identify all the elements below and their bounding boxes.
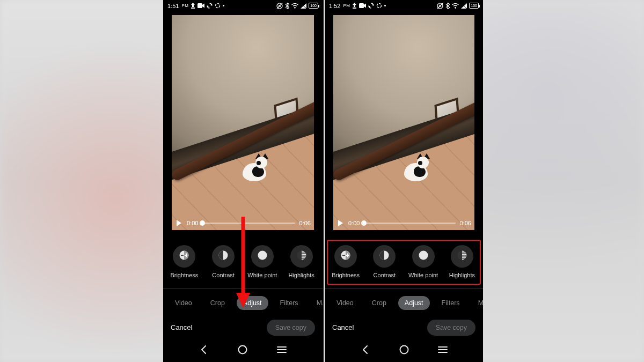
scrubber-knob[interactable] [361, 220, 367, 226]
adjust-brightness[interactable]: Brightness [328, 245, 363, 278]
scrubber-knob[interactable] [200, 220, 205, 226]
adjust-contrast[interactable]: Contrast [206, 245, 241, 278]
nav-home-button[interactable] [399, 344, 409, 355]
time-current: 0:00 [187, 220, 198, 226]
wifi-icon [291, 3, 298, 9]
svg-point-11 [258, 251, 267, 260]
video-controls: 0:00 0:06 [333, 219, 474, 227]
adjust-contrast[interactable]: Contrast [367, 245, 402, 278]
sync-icon [368, 3, 374, 9]
clock-ampm: PM [343, 3, 350, 8]
signal-icon [301, 3, 306, 9]
svg-point-34 [419, 251, 428, 260]
nav-home-button[interactable] [237, 344, 248, 355]
dot-icon [223, 5, 224, 6]
video-icon [359, 3, 366, 8]
android-nav-bar [325, 340, 483, 362]
adjustment-options: Brightness Contrast White point Highligh… [163, 240, 323, 285]
highlights-icon [457, 250, 467, 263]
whitepoint-icon [418, 250, 429, 263]
svg-rect-32 [347, 254, 348, 257]
svg-rect-7 [181, 255, 184, 256]
adjust-label: White point [408, 272, 438, 278]
adjust-brightness[interactable]: Brightness [166, 245, 202, 278]
tab-markup[interactable]: Markup [472, 296, 483, 310]
tab-filters[interactable]: Filters [274, 296, 305, 310]
nfc-off-icon [437, 3, 443, 9]
tab-adjust[interactable]: Adjust [237, 296, 268, 310]
cancel-button[interactable]: Cancel [332, 323, 354, 331]
brightness-icon [179, 250, 189, 263]
tab-markup[interactable]: Markup [310, 296, 323, 310]
clock-time: 1:52 [329, 3, 340, 9]
video-frame-illustration [172, 15, 314, 231]
svg-rect-0 [197, 3, 202, 8]
adjust-label: Brightness [332, 272, 360, 278]
svg-point-1 [216, 4, 220, 8]
status-bar: 1:52 PM 100 [325, 0, 483, 12]
signal-icon [461, 3, 467, 9]
svg-point-4 [295, 8, 296, 9]
contrast-icon [218, 250, 229, 263]
play-button[interactable] [175, 219, 182, 227]
nav-back-button[interactable] [361, 345, 370, 354]
svg-point-24 [377, 4, 382, 8]
play-button[interactable] [336, 219, 344, 227]
video-scrubber[interactable] [202, 223, 295, 224]
tab-crop[interactable]: Crop [365, 296, 393, 310]
phone-left: 1:51 PM 100 [163, 0, 323, 362]
clock-ampm: PM [181, 3, 188, 8]
svg-rect-30 [342, 255, 345, 256]
nav-recent-button[interactable] [438, 346, 448, 353]
phone-right: 1:52 PM 100 [324, 0, 483, 362]
svg-point-18 [239, 346, 247, 354]
screenshot-pair: 1:51 PM 100 [163, 0, 483, 362]
battery-indicator: 100 [309, 3, 318, 9]
nav-back-button[interactable] [199, 345, 209, 354]
bluetooth-icon [285, 3, 289, 9]
upload-icon [191, 3, 195, 9]
adjust-highlights[interactable]: Highlights [444, 245, 480, 278]
battery-level: 100 [310, 3, 317, 8]
video-preview[interactable]: 0:00 0:06 [333, 15, 474, 231]
svg-rect-23 [359, 3, 364, 8]
cancel-button[interactable]: Cancel [171, 323, 192, 331]
video-controls: 0:00 0:06 [172, 219, 314, 227]
android-nav-bar [163, 340, 323, 362]
tab-video[interactable]: Video [169, 296, 199, 310]
adjustment-options-highlighted: Brightness Contrast White point Highligh… [327, 240, 481, 285]
highlights-icon [296, 250, 307, 263]
time-current: 0:00 [348, 220, 360, 226]
loading-icon [215, 3, 221, 9]
tab-adjust[interactable]: Adjust [398, 296, 430, 310]
edit-category-tabs: Video Crop Adjust Filters Markup [325, 289, 483, 309]
video-frame-illustration [333, 15, 474, 231]
adjust-label: Highlights [288, 272, 314, 278]
clock-time: 1:51 [167, 3, 179, 9]
tab-video[interactable]: Video [330, 296, 360, 310]
tab-filters[interactable]: Filters [435, 296, 466, 310]
nav-recent-button[interactable] [277, 346, 287, 353]
adjust-label: Contrast [374, 272, 396, 278]
adjust-whitepoint[interactable]: White point [245, 245, 281, 278]
sync-icon [207, 3, 213, 9]
save-copy-button[interactable]: Save copy [427, 320, 475, 336]
whitepoint-icon [257, 250, 268, 263]
tab-crop[interactable]: Crop [204, 296, 231, 310]
svg-point-27 [455, 8, 456, 9]
upload-icon [352, 3, 357, 9]
save-copy-button[interactable]: Save copy [267, 320, 315, 336]
time-duration: 0:06 [299, 220, 311, 226]
adjust-highlights[interactable]: Highlights [283, 245, 319, 278]
dot-icon [384, 5, 386, 6]
editor-actions: Cancel Save copy [325, 310, 483, 340]
adjust-label: White point [247, 272, 277, 278]
status-bar: 1:51 PM 100 [163, 0, 323, 12]
video-preview[interactable]: 0:00 0:06 [172, 15, 314, 231]
video-scrubber[interactable] [364, 223, 455, 224]
video-icon [197, 3, 204, 8]
brightness-icon [340, 250, 351, 263]
adjust-whitepoint[interactable]: White point [406, 245, 441, 278]
loading-icon [376, 3, 382, 9]
svg-rect-9 [186, 254, 187, 257]
